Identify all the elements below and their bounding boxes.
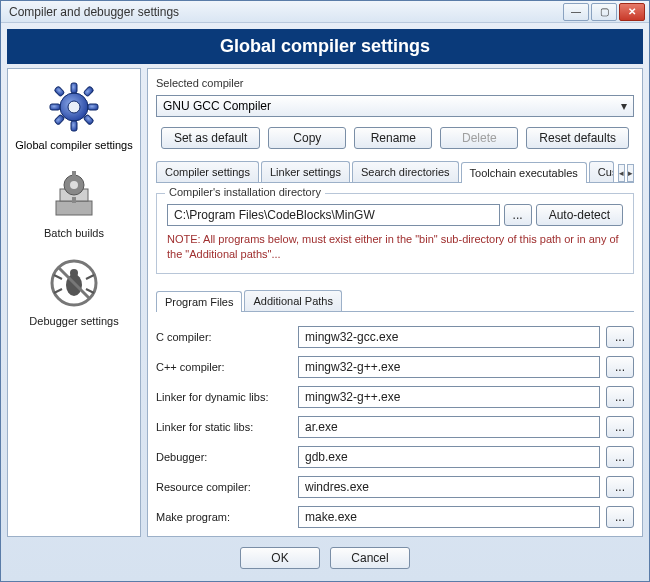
minimize-button[interactable]: — — [563, 3, 589, 21]
batch-icon — [46, 167, 102, 223]
tab-linker-settings[interactable]: Linker settings — [261, 161, 350, 182]
svg-rect-4 — [88, 104, 98, 110]
compiler-buttons: Set as default Copy Rename Delete Reset … — [156, 127, 634, 149]
svg-point-18 — [70, 269, 78, 277]
svg-rect-7 — [83, 86, 94, 97]
tab-scroll-right[interactable]: ▸ — [627, 164, 634, 182]
svg-line-19 — [54, 275, 62, 279]
compiler-dropdown[interactable]: GNU GCC Compiler — [156, 95, 634, 117]
sidebar-item-label: Global compiler settings — [15, 139, 132, 151]
c-compiler-label: C compiler: — [156, 331, 292, 343]
svg-point-13 — [70, 181, 78, 189]
linker-static-label: Linker for static libs: — [156, 421, 292, 433]
linker-dynamic-input[interactable]: mingw32-g++.exe — [298, 386, 600, 408]
sidebar-item-label: Debugger settings — [29, 315, 118, 327]
selected-compiler-label: Selected compiler — [156, 77, 634, 89]
sidebar-item-global-compiler[interactable]: Global compiler settings — [15, 79, 132, 151]
sidebar-item-label: Batch builds — [44, 227, 104, 239]
linker-dynamic-browse-button[interactable]: ... — [606, 386, 634, 408]
linker-static-input[interactable]: ar.exe — [298, 416, 600, 438]
main-tabs: Compiler settings Linker settings Search… — [156, 161, 634, 183]
dialog-footer: OK Cancel — [7, 537, 643, 575]
install-dir-group: Compiler's installation directory C:\Pro… — [156, 193, 634, 274]
delete-button: Delete — [440, 127, 518, 149]
svg-line-21 — [54, 289, 62, 293]
tab-scroll-left[interactable]: ◂ — [618, 164, 625, 182]
window-buttons: — ▢ ✕ — [563, 3, 645, 21]
row-debugger: Debugger: gdb.exe ... — [156, 446, 634, 468]
client-area: Global compiler settings — [1, 23, 649, 581]
content-panel: Selected compiler GNU GCC Compiler Set a… — [147, 68, 643, 537]
cancel-button[interactable]: Cancel — [330, 547, 410, 569]
gear-icon — [46, 79, 102, 135]
ok-button[interactable]: OK — [240, 547, 320, 569]
sidebar-item-debugger[interactable]: Debugger settings — [29, 255, 118, 327]
svg-rect-14 — [72, 171, 76, 177]
cpp-compiler-label: C++ compiler: — [156, 361, 292, 373]
set-default-button[interactable]: Set as default — [161, 127, 260, 149]
sidebar: Global compiler settings Batch builds — [7, 68, 141, 537]
row-linker-static: Linker for static libs: ar.exe ... — [156, 416, 634, 438]
debugger-icon — [46, 255, 102, 311]
make-program-input[interactable]: make.exe — [298, 506, 600, 528]
maximize-button[interactable]: ▢ — [591, 3, 617, 21]
row-resource-compiler: Resource compiler: windres.exe ... — [156, 476, 634, 498]
install-dir-browse-button[interactable]: ... — [504, 204, 532, 226]
svg-rect-1 — [71, 83, 77, 93]
settings-window: Compiler and debugger settings — ▢ ✕ Glo… — [0, 0, 650, 582]
linker-static-browse-button[interactable]: ... — [606, 416, 634, 438]
tab-compiler-settings[interactable]: Compiler settings — [156, 161, 259, 182]
reset-defaults-button[interactable]: Reset defaults — [526, 127, 629, 149]
install-dir-input[interactable]: C:\Program Files\CodeBlocks\MinGW — [167, 204, 500, 226]
svg-rect-5 — [54, 86, 65, 97]
resource-compiler-browse-button[interactable]: ... — [606, 476, 634, 498]
main-area: Global compiler settings Batch builds — [7, 68, 643, 537]
linker-dynamic-label: Linker for dynamic libs: — [156, 391, 292, 403]
sub-tabs: Program Files Additional Paths — [156, 290, 634, 312]
install-dir-legend: Compiler's installation directory — [165, 186, 325, 198]
row-linker-dynamic: Linker for dynamic libs: mingw32-g++.exe… — [156, 386, 634, 408]
svg-line-22 — [86, 289, 94, 293]
svg-rect-3 — [50, 104, 60, 110]
resource-compiler-label: Resource compiler: — [156, 481, 292, 493]
row-make-program: Make program: make.exe ... — [156, 506, 634, 528]
row-c-compiler: C compiler: mingw32-gcc.exe ... — [156, 326, 634, 348]
tab-custom-variables[interactable]: Custom va — [589, 161, 614, 182]
svg-rect-2 — [71, 121, 77, 131]
compiler-dropdown-value: GNU GCC Compiler — [163, 99, 271, 113]
tab-toolchain-executables[interactable]: Toolchain executables — [461, 162, 587, 183]
window-title: Compiler and debugger settings — [9, 5, 563, 19]
cpp-compiler-input[interactable]: mingw32-g++.exe — [298, 356, 600, 378]
cpp-compiler-browse-button[interactable]: ... — [606, 356, 634, 378]
copy-button[interactable]: Copy — [268, 127, 346, 149]
program-files-panel: C compiler: mingw32-gcc.exe ... C++ comp… — [156, 318, 634, 528]
row-cpp-compiler: C++ compiler: mingw32-g++.exe ... — [156, 356, 634, 378]
make-program-label: Make program: — [156, 511, 292, 523]
sidebar-item-batch-builds[interactable]: Batch builds — [44, 167, 104, 239]
c-compiler-browse-button[interactable]: ... — [606, 326, 634, 348]
debugger-label: Debugger: — [156, 451, 292, 463]
rename-button[interactable]: Rename — [354, 127, 432, 149]
debugger-browse-button[interactable]: ... — [606, 446, 634, 468]
install-dir-row: C:\Program Files\CodeBlocks\MinGW ... Au… — [167, 204, 623, 226]
make-program-browse-button[interactable]: ... — [606, 506, 634, 528]
c-compiler-input[interactable]: mingw32-gcc.exe — [298, 326, 600, 348]
svg-rect-10 — [56, 201, 92, 215]
subtab-program-files[interactable]: Program Files — [156, 291, 242, 312]
titlebar: Compiler and debugger settings — ▢ ✕ — [1, 1, 649, 23]
page-header: Global compiler settings — [7, 29, 643, 64]
close-button[interactable]: ✕ — [619, 3, 645, 21]
svg-point-9 — [68, 101, 80, 113]
auto-detect-button[interactable]: Auto-detect — [536, 204, 623, 226]
debugger-input[interactable]: gdb.exe — [298, 446, 600, 468]
subtab-additional-paths[interactable]: Additional Paths — [244, 290, 342, 311]
resource-compiler-input[interactable]: windres.exe — [298, 476, 600, 498]
install-dir-note: NOTE: All programs below, must exist eit… — [167, 232, 623, 261]
tab-search-directories[interactable]: Search directories — [352, 161, 459, 182]
svg-line-20 — [86, 275, 94, 279]
svg-rect-15 — [72, 197, 76, 203]
